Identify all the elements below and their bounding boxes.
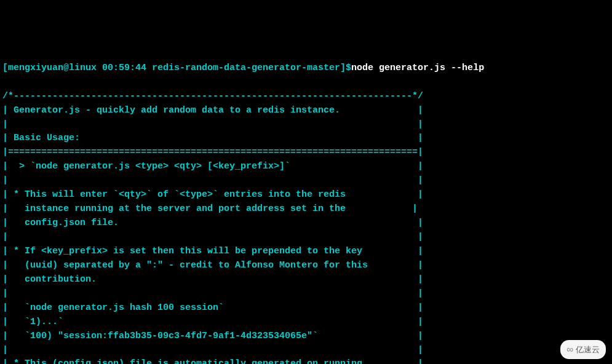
help-p3-l1: | * This (config.json) file is automatic…: [2, 358, 423, 364]
help-basic-usage: | Basic Usage: |: [2, 133, 423, 143]
help-divider: |=======================================…: [2, 147, 423, 157]
help-blank: | |: [2, 345, 423, 355]
help-ex-l2: | `1)...` |: [2, 317, 423, 327]
help-blank: | |: [2, 119, 423, 130]
blank-line: [2, 77, 8, 87]
help-p2-l3: | contribution. |: [2, 274, 423, 285]
help-p2-l2: | (uuid) separated by a ":" - credit to …: [2, 260, 423, 271]
help-usage-line: | > `node generator.js <type> <qty> [<ke…: [2, 161, 423, 172]
shell-prompt: [mengxiyuan@linux 00:59:44 redis-random-…: [2, 63, 351, 73]
help-p1-l1: | * This will enter `<qty>` of `<type>` …: [2, 189, 423, 200]
help-blank: | |: [2, 232, 423, 242]
watermark-text: 亿速云: [576, 344, 600, 356]
help-blank: | |: [2, 175, 423, 186]
help-p1-l3: | config.json file. |: [2, 218, 423, 228]
watermark-badge: ∞ 亿速云: [560, 340, 606, 359]
help-p2-l1: | * If <key_prefix> is set then this wil…: [2, 246, 423, 256]
help-ex-l3: | `100) "session:ffab3b35-09c3-4fd7-9af1…: [2, 331, 423, 341]
help-ex-l1: | `node generator.js hash 100 session` |: [2, 303, 423, 313]
infinity-icon: ∞: [566, 342, 573, 357]
help-title: | Generator.js - quickly add random data…: [2, 105, 423, 116]
help-border-top: /*--------------------------------------…: [2, 91, 423, 101]
help-p1-l2: | instance running at the server and por…: [2, 204, 418, 214]
command-input: node generator.js --help: [351, 63, 484, 73]
terminal-window[interactable]: [mengxiyuan@linux 00:59:44 redis-random-…: [0, 57, 612, 364]
help-blank: | |: [2, 288, 423, 299]
